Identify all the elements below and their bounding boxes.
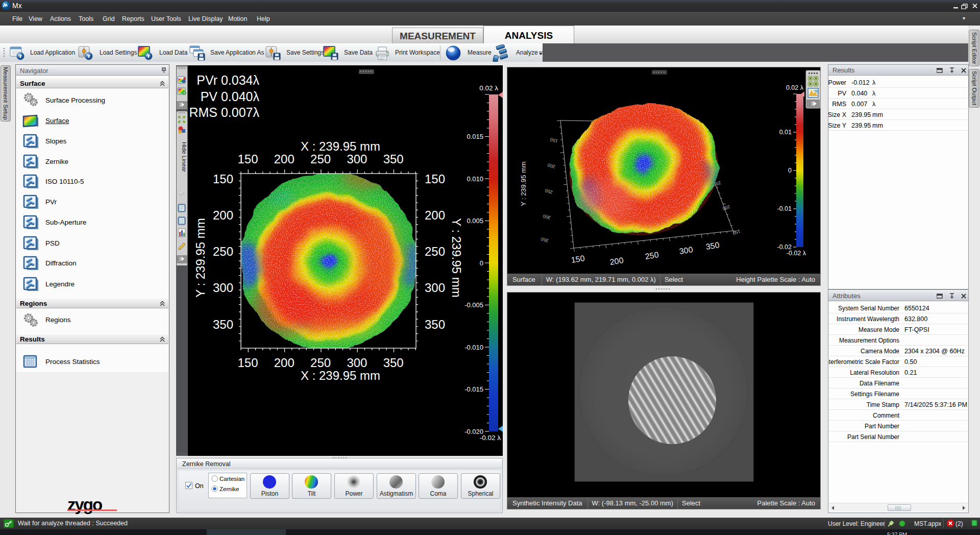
svg-text:200: 200 [425,208,445,222]
svg-text:0.005: 0.005 [467,217,483,225]
svg-text:300: 300 [213,281,233,295]
svg-text:Hide Linear: Hide Linear [181,142,187,172]
svg-text:0: 0 [788,167,792,174]
svg-text:350: 350 [383,356,404,370]
svg-text:150: 150 [237,356,258,370]
svg-text:0.02 λ: 0.02 λ [786,84,804,91]
svg-text:PVr 0.034λ: PVr 0.034λ [197,73,259,87]
svg-text:250: 250 [310,356,331,370]
svg-text:-0.005: -0.005 [464,301,483,309]
svg-text:200: 200 [274,356,295,370]
svg-text:0.02 λ: 0.02 λ [479,84,498,92]
svg-text:150: 150 [213,172,233,186]
svg-text:Y : 239.95 mm: Y : 239.95 mm [520,161,527,206]
svg-text:150: 150 [237,152,258,166]
svg-text:150: 150 [425,172,445,186]
svg-text:250: 250 [213,245,233,258]
svg-text:PV 0.040λ: PV 0.040λ [201,89,260,104]
svg-text:Y : 239.95 mm: Y : 239.95 mm [193,218,207,298]
svg-text:350: 350 [383,152,404,166]
svg-text:250: 250 [310,152,331,166]
svg-text:Y : 239.95 mm: Y : 239.95 mm [450,218,463,298]
svg-text:X : 239.95 mm: X : 239.95 mm [301,139,380,153]
svg-text:250: 250 [425,245,445,258]
svg-text:-0.02 λ: -0.02 λ [480,434,501,442]
svg-text:0: 0 [480,259,483,267]
svg-text:0.015: 0.015 [467,133,483,140]
svg-text:RMS 0.007λ: RMS 0.007λ [189,105,259,119]
svg-text:-0.01: -0.01 [777,205,792,212]
svg-text:X : 239.95 mm: X : 239.95 mm [301,369,380,382]
svg-text:350: 350 [213,318,233,331]
svg-text:350: 350 [425,318,445,331]
svg-text:-0.02 λ: -0.02 λ [787,250,806,257]
svg-text:200: 200 [213,208,233,222]
svg-text:300: 300 [347,152,367,166]
svg-text:0.01: 0.01 [779,129,792,136]
svg-text:-0.015: -0.015 [464,385,483,393]
svg-text:300: 300 [425,281,445,295]
svg-text:-0.010: -0.010 [464,344,483,351]
svg-text:200: 200 [274,152,295,166]
svg-text:0.010: 0.010 [467,175,483,183]
svg-text:300: 300 [347,356,367,370]
